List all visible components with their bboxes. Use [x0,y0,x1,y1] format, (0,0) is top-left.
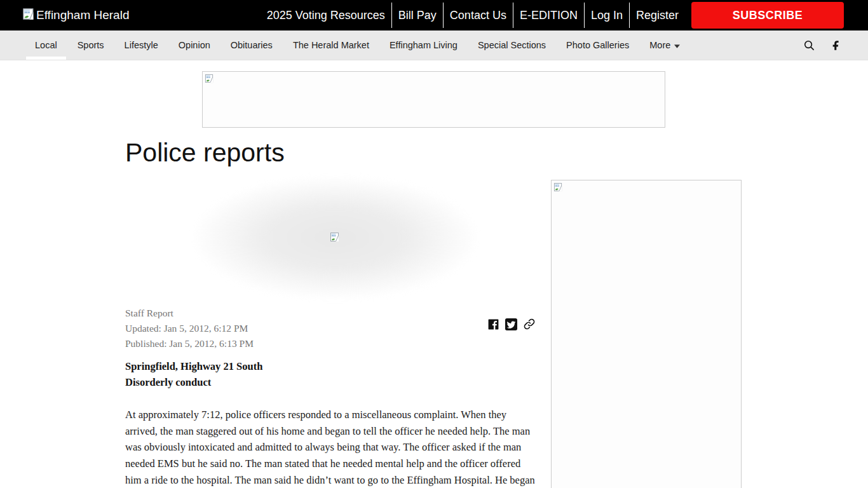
nav-item-effingham-living[interactable]: Effingham Living [381,30,466,60]
page-title: Police reports [125,138,285,168]
top-ad-placeholder [202,71,665,128]
nav-icons [803,30,868,60]
site-logo[interactable]: Effingham Herald [22,8,129,24]
facebook-icon[interactable] [831,40,841,51]
topbar-link-voting-resources[interactable]: 2025 Voting Resources [261,9,391,22]
nav-item-more[interactable]: More [641,30,689,60]
main-nav: Local Sports Lifestyle Opinion Obituarie… [0,30,868,60]
nav-item-opinion[interactable]: Opinion [170,30,219,60]
page: Effingham Herald 2025 Voting Resources B… [0,0,868,488]
broken-image-icon [22,8,35,24]
published-timestamp: Published: Jan 5, 2012, 6:13 PM [125,336,536,351]
nav-item-special-sections[interactable]: Special Sections [469,30,555,60]
article-body: Staff Report Updated: Jan 5, 2012, 6:12 … [125,306,536,488]
nav-item-photo-galleries[interactable]: Photo Galleries [557,30,638,60]
top-menu: 2025 Voting Resources Bill Pay Contact U… [261,0,685,30]
subscribe-button[interactable]: SUBSCRIBE [691,2,844,29]
nav-item-herald-market[interactable]: The Herald Market [284,30,378,60]
broken-image-icon [553,182,563,194]
topbar-link-contact-us[interactable]: Contact Us [444,9,513,22]
topbar-link-register[interactable]: Register [630,9,685,22]
article-meta: Staff Report Updated: Jan 5, 2012, 6:12 … [125,306,536,351]
search-icon[interactable] [803,39,815,51]
twitter-share-icon[interactable] [505,318,517,330]
topbar-link-log-in[interactable]: Log In [585,9,629,22]
topbar-link-e-edition[interactable]: E-EDITION [513,9,584,22]
nav-item-more-label: More [649,40,670,50]
report-subheads: Springfield, Highway 21 South Disorderly… [125,358,536,390]
site-logo-text: Effingham Herald [36,8,129,22]
byline: Staff Report [125,306,536,321]
share-buttons [487,318,536,330]
report-paragraph: At approximately 7:12, police officers r… [125,407,536,488]
topbar-link-bill-pay[interactable]: Bill Pay [392,9,443,22]
facebook-share-icon[interactable] [487,318,499,330]
copy-link-icon[interactable] [523,318,536,330]
nav-item-sports[interactable]: Sports [69,30,113,60]
updated-timestamp: Updated: Jan 5, 2012, 6:12 PM [125,321,536,336]
report-location: Springfield, Highway 21 South [125,358,536,374]
report-offense: Disorderly conduct [125,374,536,390]
chevron-down-icon [674,40,680,50]
sidebar-ad-placeholder [551,180,742,488]
broken-image-icon [330,232,340,245]
top-bar: Effingham Herald 2025 Voting Resources B… [0,0,868,30]
broken-image-icon [205,74,214,86]
nav-item-local[interactable]: Local [26,30,66,60]
nav-item-lifestyle[interactable]: Lifestyle [116,30,167,60]
nav-item-obituaries[interactable]: Obituaries [222,30,281,60]
